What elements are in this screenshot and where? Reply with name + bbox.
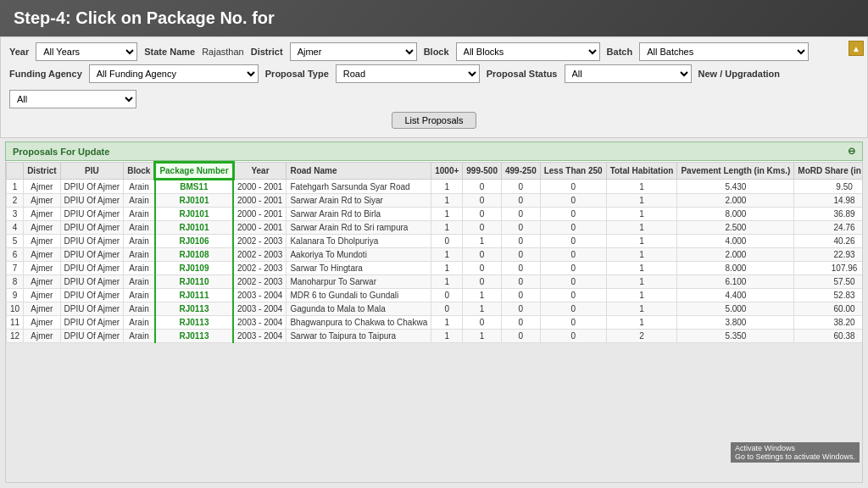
table-cell: Arain bbox=[124, 316, 155, 330]
col-499-250: 499-250 bbox=[502, 163, 541, 180]
package-number-cell[interactable]: RJ0108 bbox=[155, 248, 233, 262]
table-cell: 0 bbox=[463, 262, 502, 275]
table-cell: Ajmer bbox=[24, 289, 60, 302]
table-cell: Manoharpur To Sarwar bbox=[287, 275, 431, 289]
table-cell: Arain bbox=[124, 248, 155, 262]
table-cell: 0 bbox=[463, 208, 502, 221]
table-cell: Arain bbox=[124, 194, 155, 208]
table-cell: Bhagwanpura to Chakwa to Chakwa bbox=[287, 316, 431, 330]
table-cell: 5.430 bbox=[677, 180, 794, 194]
block-select[interactable]: All Blocks bbox=[456, 42, 600, 61]
table-row: 1AjmerDPIU Of AjmerArainBMS112000 - 2001… bbox=[7, 180, 864, 194]
table-cell: 36.89 bbox=[794, 208, 863, 221]
package-number-cell[interactable]: RJ0110 bbox=[155, 275, 233, 289]
table-cell: 38.20 bbox=[794, 316, 863, 330]
table-cell: 1 bbox=[606, 316, 677, 330]
table-cell: Sarwar to Taipura to Taipura bbox=[287, 330, 431, 343]
state-label: State Name bbox=[144, 47, 195, 57]
table-cell: 107.96 bbox=[794, 262, 863, 275]
funding-select[interactable]: All Funding Agency bbox=[89, 64, 259, 83]
table-cell: 2 bbox=[606, 330, 677, 343]
table-cell: 6 bbox=[7, 248, 24, 262]
table-cell: 0 bbox=[540, 275, 606, 289]
table-cell: DPIU Of Ajmer bbox=[60, 262, 124, 275]
table-cell: 0 bbox=[540, 235, 606, 248]
table-row: 8AjmerDPIU Of AjmerArainRJ01102002 - 200… bbox=[7, 275, 864, 289]
table-cell: Gagunda to Mala to Mala bbox=[287, 302, 431, 316]
table-cell: Ajmer bbox=[24, 330, 60, 343]
package-number-cell[interactable]: RJ0101 bbox=[155, 221, 233, 235]
proposals-header-title: Proposals For Update bbox=[13, 147, 109, 157]
table-cell: 1 bbox=[431, 275, 463, 289]
district-select[interactable]: Ajmer bbox=[290, 42, 417, 61]
table-cell: 5.000 bbox=[677, 302, 794, 316]
year-select[interactable]: All Years bbox=[36, 42, 137, 61]
collapse-icon[interactable]: ⊖ bbox=[848, 146, 855, 157]
table-cell: Ajmer bbox=[24, 208, 60, 221]
table-cell: Aakoriya To Mundoti bbox=[287, 248, 431, 262]
table-cell: 9.50 bbox=[794, 180, 863, 194]
table-row: 4AjmerDPIU Of AjmerArainRJ01012000 - 200… bbox=[7, 221, 864, 235]
table-cell: 24.76 bbox=[794, 221, 863, 235]
proposal-type-select[interactable]: Road bbox=[336, 64, 480, 83]
table-cell: 0 bbox=[463, 316, 502, 330]
table-cell: DPIU Of Ajmer bbox=[60, 221, 124, 235]
package-number-cell[interactable]: RJ0106 bbox=[155, 235, 233, 248]
table-cell: 1 bbox=[463, 235, 502, 248]
table-cell: 1 bbox=[606, 208, 677, 221]
table-cell: Ajmer bbox=[24, 248, 60, 262]
table-cell: 8.000 bbox=[677, 208, 794, 221]
new-upgradation-select[interactable]: All bbox=[9, 90, 136, 108]
table-cell: 5 bbox=[7, 235, 24, 248]
table-cell: 1 bbox=[606, 289, 677, 302]
proposals-table-container[interactable]: District PIU Block Package Number Year R… bbox=[5, 161, 863, 483]
table-cell: 1 bbox=[606, 221, 677, 235]
table-cell: Ajmer bbox=[24, 194, 60, 208]
table-cell: 2003 - 2004 bbox=[233, 330, 287, 343]
package-number-cell[interactable]: RJ0101 bbox=[155, 194, 233, 208]
package-number-cell[interactable]: RJ0109 bbox=[155, 262, 233, 275]
batch-select[interactable]: All Batches bbox=[639, 42, 809, 61]
table-cell: 10 bbox=[7, 302, 24, 316]
package-number-cell[interactable]: RJ0111 bbox=[155, 289, 233, 302]
scroll-up-button[interactable]: ▲ bbox=[849, 41, 864, 56]
col-mord-share: MoRD Share (in Lakhs) bbox=[794, 163, 863, 180]
col-serial bbox=[7, 163, 24, 180]
table-cell: 1 bbox=[606, 262, 677, 275]
table-row: 6AjmerDPIU Of AjmerArainRJ01082002 - 200… bbox=[7, 248, 864, 262]
table-row: 3AjmerDPIU Of AjmerArainRJ01012000 - 200… bbox=[7, 208, 864, 221]
table-cell: 8 bbox=[7, 275, 24, 289]
table-cell: Arain bbox=[124, 289, 155, 302]
table-cell: 1 bbox=[431, 180, 463, 194]
table-row: 11AjmerDPIU Of AjmerArainRJ01132003 - 20… bbox=[7, 316, 864, 330]
package-number-cell[interactable]: RJ0113 bbox=[155, 302, 233, 316]
table-cell: 1 bbox=[606, 180, 677, 194]
table-cell: 1 bbox=[606, 275, 677, 289]
proposals-table: District PIU Block Package Number Year R… bbox=[6, 161, 863, 343]
table-cell: 0 bbox=[502, 208, 541, 221]
table-cell: DPIU Of Ajmer bbox=[60, 275, 124, 289]
funding-label: Funding Agency bbox=[9, 69, 82, 79]
proposal-status-select[interactable]: All bbox=[565, 64, 692, 83]
page-header: Step-4: Click on Package No. for bbox=[0, 0, 868, 36]
table-cell: 0 bbox=[502, 262, 541, 275]
proposal-status-label: Proposal Status bbox=[487, 69, 558, 79]
table-cell: 0 bbox=[502, 316, 541, 330]
district-label: District bbox=[251, 47, 283, 57]
package-number-cell[interactable]: RJ0113 bbox=[155, 330, 233, 343]
table-cell: 0 bbox=[463, 180, 502, 194]
table-cell: 0 bbox=[540, 208, 606, 221]
col-pavement-length: Pavement Length (in Kms.) bbox=[677, 163, 794, 180]
table-cell: Sarwar Arain Rd to Birla bbox=[287, 208, 431, 221]
table-cell: 2.000 bbox=[677, 194, 794, 208]
package-number-cell[interactable]: RJ0101 bbox=[155, 208, 233, 221]
list-proposals-button[interactable]: List Proposals bbox=[392, 112, 476, 129]
table-cell: 0 bbox=[431, 235, 463, 248]
package-number-cell[interactable]: RJ0113 bbox=[155, 316, 233, 330]
table-cell: 0 bbox=[463, 221, 502, 235]
table-cell: 0 bbox=[540, 289, 606, 302]
table-cell: 57.50 bbox=[794, 275, 863, 289]
col-less-250: Less Than 250 bbox=[540, 163, 606, 180]
table-cell: Ajmer bbox=[24, 302, 60, 316]
package-number-cell[interactable]: BMS11 bbox=[155, 180, 233, 194]
